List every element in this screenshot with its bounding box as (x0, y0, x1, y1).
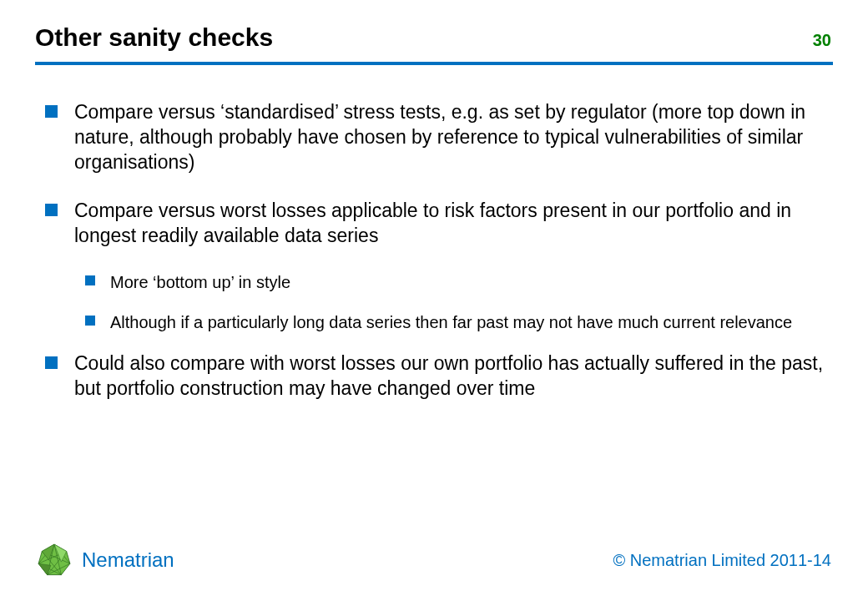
bullet-level2: More ‘bottom up’ in style (85, 271, 833, 293)
slide-header: Other sanity checks 30 (35, 23, 833, 65)
slide-number: 30 (813, 31, 833, 52)
square-bullet-icon (45, 356, 58, 369)
slide-title: Other sanity checks (35, 23, 273, 52)
bullet-text: More ‘bottom up’ in style (110, 271, 290, 293)
square-bullet-icon (45, 105, 58, 118)
square-bullet-icon (45, 204, 58, 216)
bullet-level1: Compare versus ‘standardised’ stress tes… (45, 100, 833, 175)
slide-footer: Nematrian © Nematrian Limited 2011-14 (37, 543, 831, 578)
brand-name: Nematrian (82, 548, 174, 572)
bullet-text: Compare versus worst losses applicable t… (74, 199, 833, 249)
slide-body: Compare versus ‘standardised’ stress tes… (45, 100, 833, 425)
bullet-text: Although if a particularly long data ser… (110, 311, 792, 333)
bullet-level1: Compare versus worst losses applicable t… (45, 199, 833, 249)
bullet-level2: Although if a particularly long data ser… (85, 311, 833, 333)
bullet-level1: Could also compare with worst losses our… (45, 351, 833, 402)
bullet-text: Could also compare with worst losses our… (74, 351, 833, 402)
square-bullet-icon (85, 316, 95, 326)
slide: Other sanity checks 30 Compare versus ‘s… (0, 0, 868, 601)
square-bullet-icon (85, 275, 95, 285)
copyright-text: © Nematrian Limited 2011-14 (613, 551, 831, 570)
nematrian-logo-icon (37, 543, 72, 578)
footer-left: Nematrian (37, 543, 174, 578)
bullet-text: Compare versus ‘standardised’ stress tes… (74, 100, 833, 175)
svg-marker-0 (38, 544, 70, 575)
